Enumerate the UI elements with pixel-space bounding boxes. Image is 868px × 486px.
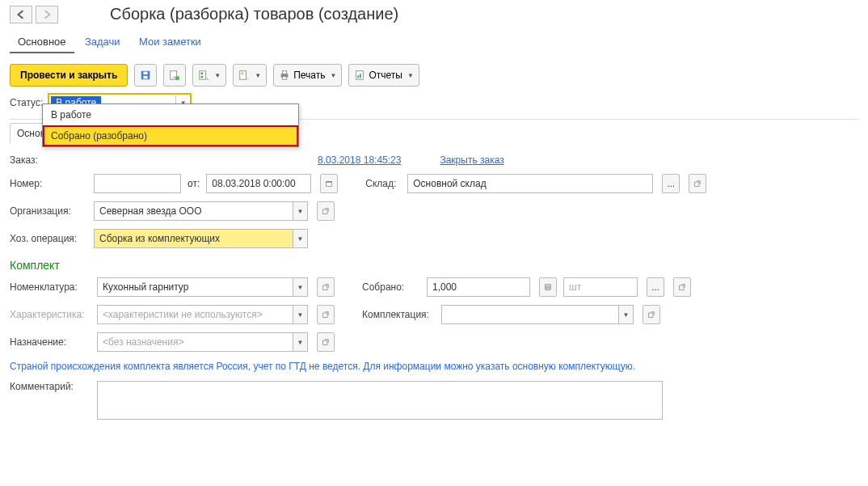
collected-input[interactable]: 1,000 bbox=[427, 277, 530, 297]
purpose-input[interactable]: <без назначения> bbox=[97, 332, 293, 352]
unit-select-button[interactable]: … bbox=[647, 277, 664, 297]
save-icon bbox=[140, 70, 151, 81]
svg-rect-2 bbox=[144, 76, 148, 79]
from-label: от: bbox=[188, 178, 200, 189]
complectation-dropdown-button[interactable]: ▼ bbox=[619, 305, 634, 324]
print-icon bbox=[279, 70, 290, 81]
collected-calc-button[interactable] bbox=[539, 277, 557, 297]
chevron-down-icon: ▼ bbox=[214, 72, 221, 79]
chevron-down-icon: ▼ bbox=[407, 72, 414, 79]
operation-label: Хоз. операция: bbox=[10, 233, 87, 244]
warehouse-input[interactable]: Основной склад bbox=[407, 174, 653, 193]
svg-rect-12 bbox=[283, 77, 287, 80]
unit-input[interactable]: шт bbox=[563, 277, 638, 297]
characteristic-input[interactable]: <характеристики не используются> bbox=[97, 305, 293, 324]
warehouse-select-button[interactable]: … bbox=[662, 174, 680, 193]
operation-dropdown-button[interactable]: ▼ bbox=[293, 229, 308, 248]
comment-label: Комментарий: bbox=[10, 381, 91, 392]
purpose-open-button[interactable] bbox=[317, 332, 335, 352]
nomenclature-dropdown-button[interactable]: ▼ bbox=[293, 277, 308, 297]
open-icon bbox=[322, 207, 329, 215]
open-icon bbox=[322, 283, 329, 291]
svg-rect-14 bbox=[358, 75, 360, 78]
status-option-assembled[interactable]: Собрано (разобрано) bbox=[43, 125, 298, 146]
svg-rect-7 bbox=[201, 76, 204, 78]
chevron-down-icon: ▼ bbox=[255, 72, 261, 79]
org-dropdown-button[interactable]: ▼ bbox=[293, 201, 308, 221]
tab-bar: Основное Задачи Мои заметки bbox=[0, 28, 868, 57]
operation-input[interactable]: Сборка из комплектующих bbox=[94, 229, 293, 248]
print-button[interactable]: Печать ▼ bbox=[273, 64, 342, 87]
svg-rect-21 bbox=[546, 285, 551, 290]
date-picker-button[interactable] bbox=[320, 174, 338, 193]
svg-rect-11 bbox=[283, 71, 287, 74]
open-icon bbox=[322, 311, 329, 319]
reports-button[interactable]: Отчеты ▼ bbox=[348, 64, 419, 87]
structure-button[interactable]: ▼ bbox=[192, 64, 226, 87]
svg-rect-1 bbox=[144, 72, 148, 75]
warehouse-open-button[interactable] bbox=[689, 174, 706, 193]
purpose-dropdown-button[interactable]: ▼ bbox=[293, 332, 308, 352]
tab-main[interactable]: Основное bbox=[10, 32, 74, 53]
org-input[interactable]: Северная звезда ООО bbox=[94, 201, 293, 221]
characteristic-dropdown-button[interactable]: ▼ bbox=[293, 305, 308, 324]
nav-back-button[interactable] bbox=[10, 6, 32, 23]
nomenclature-input[interactable]: Кухонный гарнитур bbox=[97, 277, 293, 297]
status-option-in-work[interactable]: В работе bbox=[43, 104, 298, 125]
svg-rect-26 bbox=[680, 285, 684, 289]
reports-icon bbox=[354, 70, 365, 81]
complectation-open-button[interactable] bbox=[643, 305, 660, 324]
characteristic-open-button[interactable] bbox=[317, 305, 335, 324]
basis-icon bbox=[238, 70, 250, 81]
org-open-button[interactable] bbox=[317, 201, 335, 221]
structure-icon bbox=[198, 70, 209, 81]
svg-point-4 bbox=[175, 76, 179, 80]
svg-rect-15 bbox=[360, 74, 361, 78]
complectation-input[interactable] bbox=[441, 305, 619, 324]
post-and-close-button[interactable]: Провести и закрыть bbox=[10, 64, 128, 87]
open-icon bbox=[648, 311, 655, 319]
open-icon bbox=[694, 180, 701, 188]
svg-rect-19 bbox=[323, 209, 327, 213]
page-title: Сборка (разборка) товаров (создание) bbox=[110, 5, 398, 23]
calendar-icon bbox=[326, 179, 332, 188]
number-input[interactable] bbox=[94, 174, 181, 193]
toolbar: Провести и закрыть ▼ ▼ Печать ▼ Отчеты ▼ bbox=[0, 57, 868, 93]
date-input[interactable]: 08.03.2018 0:00:00 bbox=[206, 174, 311, 193]
svg-rect-29 bbox=[323, 340, 327, 344]
complectation-label: Комплектация: bbox=[362, 309, 435, 320]
svg-rect-8 bbox=[240, 71, 246, 80]
status-label: Статус: bbox=[10, 97, 43, 108]
post-button[interactable] bbox=[163, 64, 186, 87]
status-dropdown: В работе Собрано (разобрано) bbox=[42, 104, 299, 147]
kit-section-header: Комплект bbox=[10, 252, 858, 273]
svg-rect-18 bbox=[695, 182, 699, 186]
tab-tasks[interactable]: Задачи bbox=[77, 32, 129, 53]
order-label: Заказ: bbox=[10, 154, 46, 166]
comment-textarea[interactable] bbox=[97, 381, 663, 420]
svg-rect-6 bbox=[201, 73, 204, 75]
origin-info-text: Страной происхождения комплекта является… bbox=[10, 356, 858, 377]
collected-label: Собрано: bbox=[362, 281, 420, 293]
basis-button[interactable]: ▼ bbox=[233, 64, 267, 87]
print-label: Печать bbox=[293, 70, 325, 81]
arrow-right-icon bbox=[42, 10, 52, 19]
close-order-link[interactable]: Закрыть заказ bbox=[440, 154, 504, 166]
calculator-icon bbox=[545, 283, 551, 291]
order-date-link[interactable]: 8.03.2018 18:45:23 bbox=[318, 154, 401, 166]
open-icon bbox=[322, 338, 329, 346]
nav-forward-button[interactable] bbox=[36, 6, 58, 23]
save-button[interactable] bbox=[134, 64, 157, 87]
svg-rect-5 bbox=[200, 71, 206, 80]
nomenclature-open-button[interactable] bbox=[317, 277, 335, 297]
open-icon bbox=[679, 283, 685, 291]
reports-label: Отчеты bbox=[369, 70, 402, 81]
tab-notes[interactable]: Мои заметки bbox=[131, 32, 209, 53]
svg-rect-27 bbox=[323, 313, 327, 317]
purpose-label: Назначение: bbox=[10, 336, 91, 348]
svg-rect-20 bbox=[323, 285, 327, 289]
org-label: Организация: bbox=[10, 205, 87, 217]
unit-open-button[interactable] bbox=[673, 277, 691, 297]
characteristic-label: Характеристика: bbox=[10, 309, 91, 320]
post-icon bbox=[169, 70, 180, 81]
